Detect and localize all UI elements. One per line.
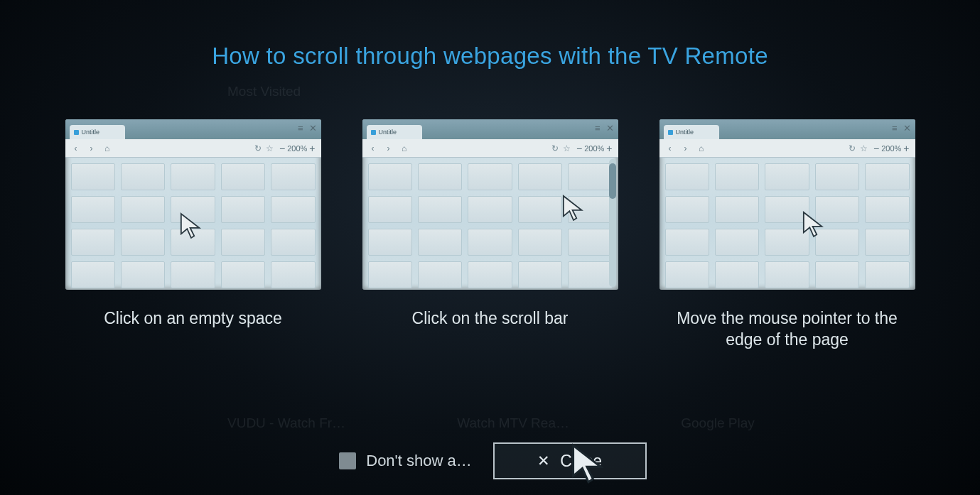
zoom-in-icon: + [309,143,315,154]
content-tile [71,163,115,190]
content-tile [468,261,512,288]
card-empty-space: Untitle ≡ ✕ ‹ › ⌂ ↻ ☆ [65,119,321,351]
content-tile [121,196,165,223]
home-icon: ⌂ [399,143,409,153]
window-controls: ≡ ✕ [892,123,911,134]
dialog-footer: Don't show a… ✕ Close [0,442,980,479]
content-tile [715,261,759,288]
dont-show-label: Don't show a… [366,452,472,470]
content-tile [865,163,909,190]
home-icon: ⌂ [102,143,112,153]
back-icon: ‹ [368,143,378,153]
close-button[interactable]: ✕ Close [493,442,647,479]
home-icon: ⌂ [696,143,706,153]
star-icon: ☆ [563,143,571,153]
forward-icon: › [681,143,691,153]
content-tile [665,163,709,190]
back-icon: ‹ [71,143,81,153]
browser-toolbar: ‹ › ⌂ ↻ ☆ − 200% + [65,139,321,158]
content-tile [171,229,215,256]
browser-tab: Untitle [70,125,125,139]
content-tile [865,229,909,256]
content-tile [665,196,709,223]
tab-title: Untitle [676,129,694,136]
zoom-level: 200% [881,144,901,153]
zoom-in-icon: + [606,143,612,154]
close-window-icon: ✕ [606,123,614,134]
forward-icon: › [384,143,394,153]
content-tile [71,229,115,256]
tab-title: Untitle [82,129,100,136]
card-caption: Click on an empty space [104,308,282,330]
star-icon: ☆ [860,143,868,153]
content-tile [221,163,265,190]
browser-preview: Untitle ≡ ✕ ‹ › ⌂ ↻ ☆ [65,119,321,290]
tab-strip: Untitle ≡ ✕ [65,119,321,139]
content-tile [121,163,165,190]
content-tile [71,261,115,288]
content-tile [765,196,809,223]
content-tile [665,261,709,288]
scrollbar-thumb [609,163,616,199]
card-caption: Move the mouse pointer to the edge of th… [667,308,908,351]
content-tile [765,229,809,256]
content-tile [715,163,759,190]
browser-preview: Untitle ≡ ✕ ‹ › ⌂ ↻ ☆ [659,119,915,290]
content-tile [715,196,759,223]
content-tile [368,196,412,223]
content-tile [368,261,412,288]
content-tile [368,229,412,256]
close-label: Close [560,452,602,471]
content-tile [121,229,165,256]
content-tile [865,261,909,288]
zoom-level: 200% [287,144,307,153]
window-controls: ≡ ✕ [595,123,614,134]
content-tile [171,163,215,190]
close-window-icon: ✕ [309,123,317,134]
card-caption: Click on the scroll bar [412,308,569,330]
dont-show-again-checkbox[interactable]: Don't show a… [333,442,478,479]
browser-tab: Untitle [664,125,719,139]
content-tile [418,196,462,223]
star-icon: ☆ [266,143,274,153]
window-controls: ≡ ✕ [298,123,317,134]
content-tile [221,261,265,288]
content-tile [368,163,412,190]
content-tile [815,196,859,223]
content-tile [271,229,315,256]
browser-content [65,158,321,290]
content-tile [665,229,709,256]
tab-strip: Untitle ≡ ✕ [362,119,618,139]
scrollbar [609,159,616,287]
content-tile [815,229,859,256]
content-tile [518,163,562,190]
instruction-cards: Untitle ≡ ✕ ‹ › ⌂ ↻ ☆ [0,119,980,351]
browser-content [659,158,915,290]
content-tile [568,196,612,223]
browser-toolbar: ‹ › ⌂ ↻ ☆ − 200% + [362,139,618,158]
content-tile [71,196,115,223]
content-tile [418,229,462,256]
content-tile [865,196,909,223]
zoom-out-icon: − [576,143,582,154]
content-tile [221,229,265,256]
zoom-out-icon: − [279,143,285,154]
content-tile [468,229,512,256]
content-tile [221,196,265,223]
content-tile [121,261,165,288]
zoom-out-icon: − [873,143,879,154]
content-tile [568,261,612,288]
content-tile [518,229,562,256]
browser-content [362,158,618,290]
zoom-in-icon: + [903,143,909,154]
tab-title: Untitle [379,129,397,136]
content-tile [765,261,809,288]
browser-toolbar: ‹ › ⌂ ↻ ☆ − 200% + [659,139,915,158]
menu-icon: ≡ [298,123,303,134]
card-scroll-bar: Untitle ≡ ✕ ‹ › ⌂ ↻ ☆ [362,119,618,351]
refresh-icon: ↻ [551,143,559,153]
tab-strip: Untitle ≡ ✕ [659,119,915,139]
content-tile [765,163,809,190]
card-edge: Untitle ≡ ✕ ‹ › ⌂ ↻ ☆ [659,119,915,351]
zoom-level: 200% [584,144,604,153]
